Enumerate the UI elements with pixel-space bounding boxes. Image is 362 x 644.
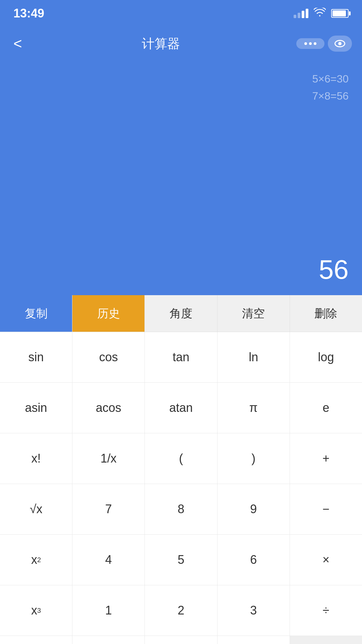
status-time: 13:49	[13, 6, 44, 20]
history-button[interactable]: 历史	[72, 295, 145, 332]
header-actions	[296, 36, 352, 52]
keypad-row-1: sin cos tan ln log	[0, 332, 362, 383]
header-title: 计算器	[142, 35, 180, 52]
key-e[interactable]: e	[290, 383, 362, 433]
key-ln[interactable]: ln	[218, 332, 290, 382]
copy-button[interactable]: 复制	[0, 295, 72, 332]
delete-button[interactable]: 删除	[290, 295, 362, 332]
key-log[interactable]: log	[290, 332, 362, 382]
key-dot[interactable]: .	[218, 636, 290, 644]
keypad-row-7: xy % 0 . =	[0, 636, 362, 644]
dot2	[309, 42, 312, 45]
key-8[interactable]: 8	[145, 484, 217, 534]
history-line-2: 7×8=56	[312, 88, 349, 105]
clear-button[interactable]: 清空	[218, 295, 290, 332]
key-cube[interactable]: x3	[0, 585, 72, 636]
keypad-row-5: x2 4 5 6 ×	[0, 535, 362, 585]
keypad-row-2: asin acos atan π e	[0, 383, 362, 433]
eye-button[interactable]	[328, 36, 352, 52]
more-button[interactable]	[296, 38, 324, 49]
keypad-row-6: x3 1 2 3 ÷	[0, 585, 362, 636]
key-power[interactable]: xy	[0, 636, 72, 644]
dot3	[314, 42, 316, 45]
key-factorial[interactable]: x!	[0, 433, 72, 484]
keypad: sin cos tan ln log asin acos atan π e x!…	[0, 332, 362, 644]
key-percent[interactable]: %	[72, 636, 145, 644]
back-button[interactable]: <	[10, 32, 25, 55]
action-bar: 复制 历史 角度 清空 删除	[0, 295, 362, 332]
dot1	[304, 42, 307, 45]
key-square[interactable]: x2	[0, 535, 72, 585]
eye-pupil	[338, 42, 342, 45]
display-area: 5×6=30 7×8=56 56	[0, 60, 362, 295]
keypad-row-4: √x 7 8 9 −	[0, 484, 362, 535]
key-2[interactable]: 2	[145, 585, 217, 636]
key-plus[interactable]: +	[290, 433, 362, 484]
key-1[interactable]: 1	[72, 585, 145, 636]
key-0[interactable]: 0	[145, 636, 217, 644]
keypad-row-3: x! 1/x ( ) +	[0, 433, 362, 484]
wifi-icon	[314, 8, 326, 19]
signal-icon	[294, 9, 308, 18]
key-equals[interactable]: =	[290, 636, 362, 644]
history-line-1: 5×6=30	[312, 70, 349, 88]
key-open-paren[interactable]: (	[145, 433, 217, 484]
key-sin[interactable]: sin	[0, 332, 72, 382]
key-3[interactable]: 3	[218, 585, 290, 636]
key-reciprocal[interactable]: 1/x	[72, 433, 145, 484]
key-close-paren[interactable]: )	[218, 433, 290, 484]
key-5[interactable]: 5	[145, 535, 217, 585]
status-icons	[294, 8, 349, 19]
key-multiply[interactable]: ×	[290, 535, 362, 585]
key-sqrt[interactable]: √x	[0, 484, 72, 534]
angle-button[interactable]: 角度	[145, 295, 217, 332]
key-4[interactable]: 4	[72, 535, 145, 585]
key-asin[interactable]: asin	[0, 383, 72, 433]
display-result: 56	[319, 254, 349, 285]
key-9[interactable]: 9	[218, 484, 290, 534]
key-acos[interactable]: acos	[72, 383, 145, 433]
key-cos[interactable]: cos	[72, 332, 145, 382]
key-atan[interactable]: atan	[145, 383, 217, 433]
battery-icon	[331, 9, 349, 18]
key-divide[interactable]: ÷	[290, 585, 362, 636]
key-tan[interactable]: tan	[145, 332, 217, 382]
key-minus[interactable]: −	[290, 484, 362, 534]
display-history: 5×6=30 7×8=56	[312, 70, 349, 105]
eye-icon	[335, 40, 345, 47]
key-pi[interactable]: π	[218, 383, 290, 433]
status-bar: 13:49	[0, 0, 362, 27]
header: < 计算器	[0, 27, 362, 60]
key-6[interactable]: 6	[218, 535, 290, 585]
key-7[interactable]: 7	[72, 484, 145, 534]
